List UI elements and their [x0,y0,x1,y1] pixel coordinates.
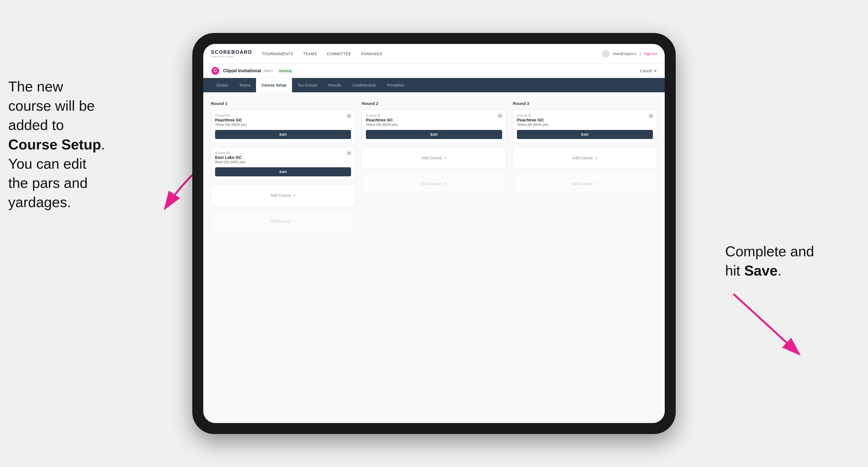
round2-add-course-2-label: Add Course + [422,182,446,186]
nav-rankings[interactable]: RANKINGS [361,52,382,56]
tournament-bar: C Clippd Invitational (Men) Hosting Canc… [203,64,665,78]
left-annotation: The new course will be added to Course S… [8,77,151,212]
round3-course-a-delete[interactable]: ⊟ [648,113,654,119]
round1-course-a-delete[interactable]: ⊟ [346,113,352,119]
round1-add-course-1[interactable]: Add Course + [211,184,355,206]
round-3-column: Round 3 ⊟ (Course A) Peachtree GC Yellow… [513,101,657,236]
round1-course-a-card: ⊟ (Course A) Peachtree GC Yellow (M) (66… [211,110,355,143]
round1-add-course-2-label: Add Course + [271,219,296,223]
tablet-screen: SCOREBOARD Powered by clippd TOURNAMENTS… [203,44,665,423]
round1-course-a-yardage: Yellow (M) (6629 yds) [215,123,351,127]
logo-powered: Powered by clippd [211,55,252,58]
round2-course-a-yardage: Yellow (M) (6629 yds) [366,123,502,127]
tab-details[interactable]: Details [211,78,234,92]
tab-course-setup[interactable]: Course Setup [256,78,292,92]
right-annotation: Complete and hit Save. [725,242,840,280]
tab-results[interactable]: Results [323,78,347,92]
round1-course-a-edit[interactable]: Edit [215,130,351,139]
svg-text:C: C [214,68,217,73]
tournament-name: Clippd Invitational [223,68,261,73]
round2-course-a-name: Peachtree GC [366,118,502,122]
round-2-column: Round 2 ⊟ (Course A) Peachtree GC Yellow… [362,101,506,236]
nav-committee[interactable]: COMMITTEE [327,52,351,56]
round3-course-a-name: Peachtree GC [517,118,653,122]
tab-printables[interactable]: Printables [381,78,409,92]
round3-course-a-yardage: Yellow (M) (6629 yds) [517,123,653,127]
round-1-column: Round 1 ⊟ (Course A) Peachtree GC Yellow… [211,101,355,236]
round2-add-course-2: Add Course + [362,173,506,195]
tab-bar: Details Teams Course Setup Tee Groups Re… [203,78,665,92]
tab-tee-groups[interactable]: Tee Groups [292,78,323,92]
tournament-gender: (Men) [264,69,273,73]
nav-teams[interactable]: TEAMS [303,52,317,56]
round1-course-b-delete[interactable]: ⊟ [346,150,352,156]
nav-tournaments[interactable]: TOURNAMENTS [262,52,293,56]
round-1-label: Round 1 [211,101,355,106]
logo-area: SCOREBOARD Powered by clippd [211,50,252,58]
round2-course-a-edit[interactable]: Edit [366,130,502,139]
round2-course-a-label: (Course A) [366,114,502,117]
round2-add-course-1-label: Add Course + [422,156,446,160]
round1-course-b-label: (Course B) [215,151,351,154]
round1-course-a-label: (Course A) [215,114,351,117]
nav-separator: | [640,52,641,56]
round1-add-course-1-label: Add Course + [271,193,296,197]
logo-scoreboard: SCOREBOARD [211,50,252,55]
round2-course-a-card: ⊟ (Course A) Peachtree GC Yellow (M) (66… [362,110,506,143]
nav-right: blair@clippd.io | Sign out [602,50,657,58]
round3-add-course-1-label: Add Course + [572,156,597,160]
round1-add-course-2: Add Course + [211,210,355,232]
cancel-button[interactable]: Cancel ✕ [640,69,657,73]
round-3-label: Round 3 [513,101,657,106]
tab-leaderboards[interactable]: Leaderboards [347,78,381,92]
round3-add-course-2-label: Add Course + [572,182,597,186]
round1-course-b-name: East Lake GC [215,155,351,160]
round3-course-a-label: (Course A) [517,114,653,117]
round3-add-course-2: Add Course + [513,173,657,195]
tablet-frame: SCOREBOARD Powered by clippd TOURNAMENTS… [192,33,676,434]
round1-course-a-name: Peachtree GC [215,118,351,122]
round2-add-course-1[interactable]: Add Course + [362,147,506,169]
user-avatar [602,50,610,58]
sign-out-link[interactable]: Sign out [644,52,657,56]
round3-course-a-card: ⊟ (Course A) Peachtree GC Yellow (M) (66… [513,110,657,143]
rounds-grid: Round 1 ⊟ (Course A) Peachtree GC Yellow… [211,101,657,236]
round2-course-a-delete[interactable]: ⊟ [497,113,503,119]
round-2-label: Round 2 [362,101,506,106]
nav-links: TOURNAMENTS TEAMS COMMITTEE RANKINGS [262,52,602,56]
round3-course-a-edit[interactable]: Edit [517,130,653,139]
tournament-logo-icon: C [211,66,220,75]
tournament-status: Hosting [277,68,294,73]
round1-course-b-yardage: Black (M) (6891 yds) [215,160,351,164]
round3-add-course-1[interactable]: Add Course + [513,147,657,169]
top-navbar: SCOREBOARD Powered by clippd TOURNAMENTS… [203,44,665,64]
right-arrow [728,288,816,365]
main-content: Round 1 ⊟ (Course A) Peachtree GC Yellow… [203,92,665,423]
tab-teams[interactable]: Teams [234,78,256,92]
round1-course-b-card: ⊟ (Course B) East Lake GC Black (M) (689… [211,147,355,181]
user-email: blair@clippd.io [613,52,636,56]
round1-course-b-edit[interactable]: Edit [215,167,351,176]
